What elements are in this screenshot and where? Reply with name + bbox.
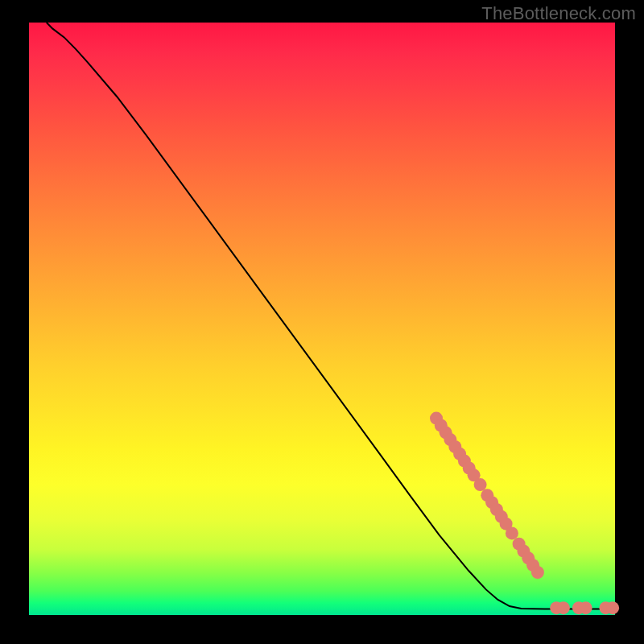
chart-point xyxy=(580,601,592,614)
chart-plot-area xyxy=(29,23,615,615)
watermark-text: TheBottleneck.com xyxy=(481,3,636,24)
chart-point xyxy=(506,526,518,539)
chart-point xyxy=(557,601,570,614)
chart-point xyxy=(531,566,544,579)
chart-point xyxy=(474,478,487,491)
chart-point xyxy=(606,601,619,614)
chart-svg xyxy=(29,23,615,615)
chart-curve xyxy=(47,23,615,609)
chart-points xyxy=(430,412,619,615)
